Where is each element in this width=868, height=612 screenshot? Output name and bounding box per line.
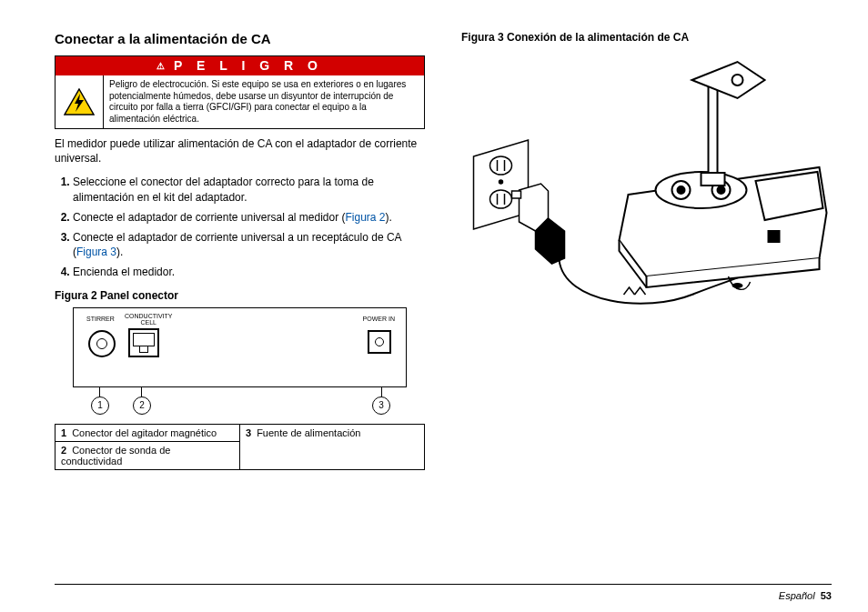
svg-point-3 — [490, 190, 512, 208]
label-conductivity: CONDUCTIVITY CELL — [125, 313, 173, 326]
step-2: Conecte el adaptador de corriente univer… — [73, 210, 425, 225]
intro-text: El medidor puede utilizar alimentación d… — [55, 136, 425, 166]
svg-rect-15 — [709, 76, 718, 176]
svg-point-8 — [500, 180, 503, 184]
footer-rule — [55, 584, 832, 585]
svg-rect-9 — [512, 191, 521, 198]
figure-3-caption: Figura 3 Conexión de la alimentación de … — [461, 31, 832, 44]
label-power: POWER IN — [363, 316, 395, 322]
callout-1: 1 — [91, 396, 109, 415]
callout-2: 2 — [133, 396, 151, 415]
page-content: Conectar a la alimentación de CA ⚠ P E L… — [0, 0, 868, 470]
stirrer-connector-icon — [88, 330, 116, 357]
danger-text: Peligro de electrocución. Si este equipo… — [104, 75, 424, 128]
right-column: Figura 3 Conexión de la alimentación de … — [461, 31, 832, 470]
step-1: Seleccione el conector del adaptador cor… — [73, 175, 425, 204]
legend-row-2: 2Conector de sonda de conductividad — [56, 441, 240, 469]
svg-point-18 — [732, 283, 743, 288]
left-column: Conectar a la alimentación de CA ⚠ P E L… — [55, 31, 425, 470]
danger-header-text: P E L I G R O — [174, 58, 323, 73]
svg-rect-17 — [769, 231, 780, 242]
steps-list: Seleccione el conector del adaptador cor… — [55, 175, 425, 279]
conductivity-connector-icon — [128, 328, 159, 357]
figure-3-link[interactable]: Figura 3 — [76, 246, 116, 258]
danger-body: Peligro de electrocución. Si este equipo… — [56, 75, 424, 128]
legend-table: 1Conector del agitador magnético 3Fuente… — [55, 424, 425, 470]
power-connector-icon — [368, 330, 391, 354]
figure-2-caption: Figura 2 Panel conector — [55, 289, 425, 302]
step-3: Conecte el adaptador de corriente univer… — [73, 230, 425, 259]
connector-panel: STIRRER CONDUCTIVITY CELL POWER IN — [73, 307, 407, 387]
callout-3: 3 — [372, 396, 390, 415]
label-stirrer: STIRRER — [86, 316, 115, 322]
danger-box: ⚠ P E L I G R O Peligro de electrocución… — [55, 55, 425, 129]
shock-hazard-icon — [56, 75, 104, 128]
svg-point-16 — [732, 75, 743, 85]
svg-point-13 — [678, 186, 685, 194]
figure-2-link[interactable]: Figura 2 — [346, 211, 386, 224]
section-heading: Conectar a la alimentación de CA — [55, 31, 425, 46]
legend-row-1: 1Conector del agitador magnético — [56, 424, 240, 441]
figure-2: STIRRER CONDUCTIVITY CELL POWER IN 1 2 3 — [55, 307, 425, 420]
legend-row-3: 3Fuente de alimentación — [240, 424, 425, 469]
step-4: Encienda el medidor. — [73, 265, 425, 279]
footer-page: 53 — [821, 590, 832, 601]
svg-point-14 — [718, 186, 725, 194]
danger-header: ⚠ P E L I G R O — [56, 56, 424, 75]
footer: Español 53 — [779, 590, 832, 601]
callout-row: 1 2 3 — [73, 393, 407, 420]
svg-point-2 — [490, 156, 512, 175]
footer-language: Español — [779, 590, 815, 601]
figure-3-illustration — [461, 49, 832, 331]
